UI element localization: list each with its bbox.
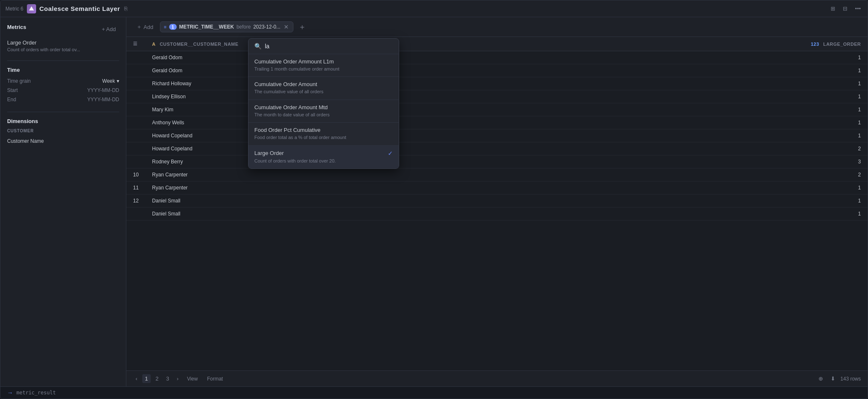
row-number-cell <box>126 129 145 142</box>
data-table: ☰ A CUSTOMER__CUSTOMER_NAME 123 LARGE_OR… <box>126 37 868 220</box>
add-metric-button[interactable]: + Add <box>98 24 119 34</box>
dimensions-section-title: Dimensions <box>7 118 119 124</box>
format-button[interactable]: Format <box>204 375 226 383</box>
large-order-cell: 2 <box>587 168 868 181</box>
row-number-cell: 11 <box>126 181 145 194</box>
page-3-button[interactable]: 3 <box>164 374 172 383</box>
table-row: Richard Holloway1 <box>126 77 868 90</box>
metric-item-large-order[interactable]: Large Order Count of orders with order t… <box>7 39 119 53</box>
row-number-cell: 12 <box>126 194 145 207</box>
result-label: metric_result <box>16 390 56 396</box>
row-number-cell <box>126 155 145 168</box>
table-row: 12Daniel Small1 <box>126 194 868 207</box>
large-order-cell: 1 <box>587 129 868 142</box>
table-row: Gerald Odom1 <box>126 51 868 64</box>
prev-page-button[interactable]: ‹ <box>133 374 140 383</box>
table-row: Rodney Berry3 <box>126 155 868 168</box>
add-filter-more-button[interactable]: ＋ <box>297 22 308 32</box>
add-filter-button[interactable]: ＋ Add <box>133 21 157 32</box>
dropdown-item-desc: The month to date value of all orders <box>254 112 393 118</box>
metric-search-dropdown: 🔍 Cumulative Order Ammount L1mTrailing 1… <box>248 38 399 169</box>
app-container: Metric 6 Coalesce Semantic Layer ⎘ ⊞ ⊟ •… <box>0 0 868 399</box>
row-number-cell <box>126 90 145 103</box>
dropdown-item-name: Large Order✓ <box>254 150 393 157</box>
row-number-cell <box>126 103 145 116</box>
copy-button[interactable]: ⊕ <box>816 374 826 383</box>
large-order-cell: 1 <box>587 194 868 207</box>
main-layout: Metrics + Add Large Order Count of order… <box>0 17 868 386</box>
customer-name-cell: Ryan Carpenter <box>145 181 587 194</box>
metric-tab-label: Metric 6 <box>5 6 24 12</box>
view-button[interactable]: View <box>183 375 201 383</box>
row-number-cell <box>126 207 145 220</box>
time-grain-row: Time grain Week ▾ <box>7 78 119 84</box>
large-order-cell: 1 <box>587 90 868 103</box>
checkmark-icon: ✓ <box>388 150 393 157</box>
large-order-cell: 1 <box>587 181 868 194</box>
start-row: Start YYYY-MM-DD <box>7 87 119 93</box>
end-input[interactable]: YYYY-MM-DD <box>87 97 119 102</box>
bottom-bar: → metric_result <box>0 386 868 399</box>
coalesce-logo <box>27 4 36 13</box>
filter-name: METRIC_TIME__WEEK <box>179 24 234 30</box>
arrow-icon: → <box>7 389 13 396</box>
dropdown-item[interactable]: Cumulative Order AmountThe cumulative va… <box>248 77 399 100</box>
title-bar-left: Metric 6 Coalesce Semantic Layer ⎘ <box>5 4 826 13</box>
search-input[interactable] <box>265 43 393 50</box>
filter-icon: ≡ <box>164 24 166 29</box>
customer-section-label: CUSTOMER <box>7 129 119 133</box>
next-page-button[interactable]: › <box>174 374 181 383</box>
large-order-cell: 1 <box>587 77 868 90</box>
dropdown-item[interactable]: Cumulative Order Amount MtdThe month to … <box>248 100 399 123</box>
page-1-button[interactable]: 1 <box>142 374 150 383</box>
sidebar: Metrics + Add Large Order Count of order… <box>0 17 126 386</box>
edit-icon: ⎘ <box>124 5 128 12</box>
col-header-large-order[interactable]: 123 LARGE_ORDER <box>587 37 868 51</box>
view-toggle-button[interactable]: ⊞ <box>829 4 837 13</box>
filter-bar: ＋ Add ≡ 1 METRIC_TIME__WEEK before 2023-… <box>126 17 868 37</box>
table-header-row: ☰ A CUSTOMER__CUSTOMER_NAME 123 LARGE_OR… <box>126 37 868 51</box>
large-order-cell: 1 <box>587 51 868 64</box>
search-box: 🔍 <box>248 39 399 54</box>
customer-name-cell: Ryan Carpenter <box>145 168 587 181</box>
end-label: End <box>7 97 16 102</box>
time-grain-selector[interactable]: Week ▾ <box>102 78 119 84</box>
download-button[interactable]: ⬇ <box>828 374 838 383</box>
dropdown-item[interactable]: Food Order Pct CumulativeFood order tota… <box>248 123 399 145</box>
time-grain-label: Time grain <box>7 78 31 84</box>
filter-close-button[interactable]: ✕ <box>283 24 290 30</box>
filter-op: before <box>236 24 251 30</box>
filter-rows-icon: ☰ <box>133 41 138 46</box>
dropdown-item-desc: Food order total as a % of total order a… <box>254 134 393 141</box>
customer-name-cell: Daniel Small <box>145 207 587 220</box>
main-content: ＋ Add ≡ 1 METRIC_TIME__WEEK before 2023-… <box>126 17 868 386</box>
dropdown-item[interactable]: Cumulative Order Ammount L1mTrailing 1 m… <box>248 54 399 77</box>
start-input[interactable]: YYYY-MM-DD <box>87 87 119 93</box>
dropdown-item-desc: Trailing 1 month cumulative order amount <box>254 66 393 72</box>
search-icon: 🔍 <box>254 43 261 50</box>
table-row: Howard Copeland2 <box>126 142 868 155</box>
divider-1 <box>7 60 119 61</box>
page-2-button[interactable]: 2 <box>153 374 161 383</box>
row-number-cell: 10 <box>126 168 145 181</box>
dimension-customer-name[interactable]: Customer Name <box>7 136 119 146</box>
layout-button[interactable]: ⊟ <box>841 4 849 13</box>
metrics-section-title: Metrics <box>7 24 26 30</box>
time-section-title: Time <box>7 67 119 73</box>
more-options-button[interactable]: ••• <box>853 4 863 13</box>
large-order-cell: 1 <box>587 116 868 129</box>
filter-count: 1 <box>169 24 177 30</box>
large-order-cell: 1 <box>587 64 868 77</box>
table-body: Gerald Odom1Gerald Odom1Richard Holloway… <box>126 51 868 220</box>
col-header-row-num: ☰ <box>126 37 145 51</box>
dropdown-item[interactable]: Large Order✓Count of orders with order t… <box>248 146 399 168</box>
table-row: Gerald Odom1 <box>126 64 868 77</box>
row-count: 143 rows <box>840 376 861 382</box>
table-row: Anthony Wells1 <box>126 116 868 129</box>
layout-icon: ⊟ <box>843 5 847 12</box>
row-number-cell <box>126 142 145 155</box>
edit-icon-button[interactable]: ⎘ <box>123 5 128 13</box>
large-order-cell: 1 <box>587 207 868 220</box>
filter-value: 2023-12-0... <box>253 24 280 30</box>
title-bar-right: ⊞ ⊟ ••• <box>829 4 863 13</box>
